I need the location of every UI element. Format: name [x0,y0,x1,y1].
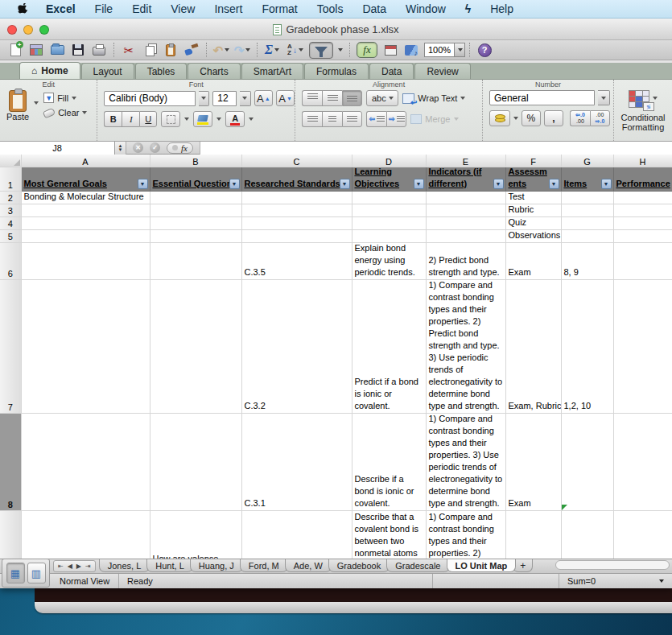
cell-A9[interactable] [21,510,150,559]
row-header-8[interactable]: 8 [0,413,21,510]
sheet-tab-hunt[interactable]: Hunt, L [146,559,192,572]
cell-H8[interactable] [613,413,672,510]
cell-A5[interactable] [21,229,150,242]
row-header-4[interactable]: 4 [0,216,21,229]
previous-sheet-button[interactable]: ◀ [66,563,74,570]
template-gallery-button[interactable] [27,42,46,59]
number-format-dropdown[interactable] [598,90,610,105]
menu-item-edit[interactable]: Edit [122,0,161,19]
align-right-button[interactable] [342,111,362,127]
cell-F5[interactable]: Observations [505,229,561,242]
align-middle-button[interactable] [322,90,342,106]
font-color-dropdown[interactable] [249,118,254,121]
conditional-formatting-button[interactable]: Conditional Formatting [614,113,672,132]
align-left-button[interactable] [302,111,322,127]
column-header-C[interactable]: C [241,155,352,167]
cell-C3[interactable] [241,204,352,216]
tab-home[interactable]: ⌂Home [19,62,80,79]
filter-button[interactable] [309,42,333,59]
bold-button[interactable]: B [104,111,122,127]
cell-H6[interactable] [613,242,672,279]
cell-B4[interactable] [150,216,241,229]
menu-item-data[interactable]: Data [352,0,396,19]
fill-dropdown[interactable] [72,97,76,100]
cell-E5[interactable] [426,229,505,242]
conditional-formatting-icon[interactable]: ≶ [629,90,649,108]
cell-D8[interactable]: Describe if a bond is ionic or covalent. [352,413,426,510]
zoom-dropdown[interactable] [455,43,465,57]
menu-item-window[interactable]: Window [396,0,456,19]
menu-item-format[interactable]: Format [252,0,307,19]
cell-G3[interactable] [561,204,613,216]
row-header-3[interactable]: 3 [0,204,21,216]
paste-dropdown[interactable] [34,101,39,105]
cell-C7[interactable]: C.3.2 [241,279,352,413]
formula-builder-button[interactable]: fx [355,42,379,59]
title-bar[interactable]: Gradebook phase 1.xlsx [0,19,672,40]
redo-dropdown[interactable] [245,48,250,52]
cell-D4[interactable] [352,216,426,229]
undo-button[interactable]: ↶ [212,42,231,59]
font-color-button[interactable]: A [225,111,245,127]
cell-F4[interactable]: Quiz [505,216,561,229]
row-header-7[interactable]: 7 [0,279,21,413]
cell-D9[interactable]: Describe that a covalent bond is between… [352,510,426,559]
cell-C2[interactable] [241,191,352,204]
cell-B3[interactable] [150,204,241,216]
wrap-text-dropdown[interactable] [460,97,465,100]
cell-A6[interactable] [21,242,150,279]
percent-format-button[interactable]: % [522,110,541,126]
column-header-G[interactable]: G [561,155,613,167]
text-orientation-button[interactable]: abc [366,90,398,106]
cell-C8[interactable]: C.3.1 [241,413,352,510]
cell-D2[interactable] [352,191,426,204]
increase-decimal-button[interactable]: .00⇨.0 [590,110,610,126]
cell-G9[interactable] [561,510,613,559]
menu-item-excel[interactable]: Excel [36,0,85,19]
number-format-select[interactable]: General [489,90,595,105]
cell-A4[interactable] [21,216,150,229]
cell-D7[interactable]: Predict if a bond is ionic or covalent. [352,279,426,413]
cell-G1[interactable]: Items▼ [561,167,613,191]
align-bottom-button[interactable] [342,90,362,106]
cell-H3[interactable] [613,204,672,216]
filter-button-B1[interactable]: ▼ [229,179,240,189]
tab-layout[interactable]: Layout [81,63,134,79]
accept-entry-button[interactable]: ✓ [150,142,160,153]
cell-H7[interactable] [613,279,672,413]
borders-dropdown[interactable] [184,118,189,121]
new-workbook-button[interactable]: + [6,42,25,59]
sum-dropdown-arrow[interactable] [659,579,664,583]
decrease-decimal-button[interactable]: ⇦.0.00 [570,110,590,126]
sort-button[interactable]: AZ ↓ [283,42,307,59]
cell-G5[interactable] [561,229,613,242]
autosum-dropdown[interactable] [274,48,279,52]
currency-format-button[interactable] [489,110,510,126]
sheet-tab-gradebook[interactable]: Gradebook [328,559,390,572]
cell-A3[interactable] [21,204,150,216]
cell-B7[interactable] [150,279,241,413]
sum-indicator[interactable]: Sum=0 [559,574,672,588]
tab-smartart[interactable]: SmartArt [241,63,303,79]
cell-H9[interactable] [613,510,672,559]
comma-format-button[interactable]: , [544,110,563,126]
cell-F8[interactable]: Exam [505,413,561,510]
sheet-tab-lo-unit-map[interactable]: LO Unit Map [447,559,517,572]
increase-indent-button[interactable]: ⇨ [386,111,406,127]
conditional-formatting-dropdown[interactable] [653,97,658,100]
autosum-button[interactable]: Σ [262,42,282,59]
fill-button[interactable]: ▼ Fill [43,93,87,103]
sheet-tab-ade[interactable]: Ade, W [285,559,332,572]
sort-dropdown[interactable] [299,48,303,52]
row-header-6[interactable]: 6 [0,242,21,279]
menu-item-view[interactable]: View [161,0,204,19]
cell-A1[interactable]: Most General Goals▼ [21,167,150,191]
column-header-E[interactable]: E [426,155,505,167]
fill-color-button[interactable] [193,111,212,127]
cell-B2[interactable] [150,191,241,204]
tab-formulas[interactable]: Formulas [304,63,369,79]
borders-button[interactable] [161,111,180,127]
cell-E2[interactable] [426,191,505,204]
name-box-stepper[interactable]: ▲▼ [115,142,126,155]
cell-A2[interactable]: Bonding & Molecular Structure [21,191,150,204]
